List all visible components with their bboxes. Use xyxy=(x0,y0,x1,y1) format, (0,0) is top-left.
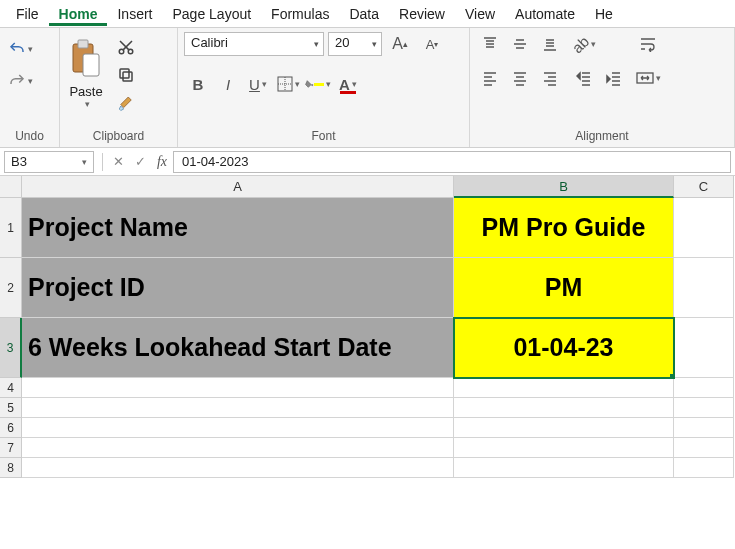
paste-label[interactable]: Paste xyxy=(69,84,102,99)
cell-B7[interactable] xyxy=(454,438,674,458)
col-header-B[interactable]: B xyxy=(454,176,674,198)
fill-handle[interactable] xyxy=(670,374,674,378)
cell-B3[interactable]: 01-04-23 xyxy=(454,318,674,378)
undo-button[interactable]: ▾ xyxy=(6,38,34,60)
format-painter-button[interactable] xyxy=(112,92,140,114)
svg-rect-2 xyxy=(83,54,99,76)
menu-help[interactable]: He xyxy=(585,2,623,26)
menu-automate[interactable]: Automate xyxy=(505,2,585,26)
menu-bar: File Home Insert Page Layout Formulas Da… xyxy=(0,0,735,28)
cell-A5[interactable] xyxy=(22,398,454,418)
bold-button[interactable]: B xyxy=(184,72,212,96)
cut-button[interactable] xyxy=(112,36,140,58)
svg-point-3 xyxy=(119,49,124,54)
menu-data[interactable]: Data xyxy=(339,2,389,26)
col-header-A[interactable]: A xyxy=(22,176,454,198)
align-top-button[interactable] xyxy=(476,32,504,56)
cell-C6[interactable] xyxy=(674,418,734,438)
cell-A1[interactable]: Project Name xyxy=(22,198,454,258)
insert-function-button[interactable]: fx xyxy=(151,151,173,173)
group-font-label: Font xyxy=(184,127,463,147)
group-font: Calibri▾ 20▾ A▴ A▾ B I U▾ ▾ ▾ A▾ Font xyxy=(178,28,470,147)
row-header-5[interactable]: 5 xyxy=(0,398,22,418)
cell-A6[interactable] xyxy=(22,418,454,438)
increase-font-button[interactable]: A▴ xyxy=(386,32,414,56)
align-center-button[interactable] xyxy=(506,66,534,90)
align-bottom-button[interactable] xyxy=(536,32,564,56)
formula-input[interactable]: 01-04-2023 xyxy=(173,151,731,173)
chevron-down-icon[interactable]: ▾ xyxy=(314,39,319,49)
cell-C3[interactable] xyxy=(674,318,734,378)
menu-pagelayout[interactable]: Page Layout xyxy=(162,2,261,26)
row-header-3[interactable]: 3 xyxy=(0,318,22,378)
paste-button[interactable] xyxy=(66,32,106,84)
cell-A2[interactable]: Project ID xyxy=(22,258,454,318)
group-undo-label: Undo xyxy=(6,127,53,147)
svg-rect-5 xyxy=(123,72,132,81)
increase-indent-button[interactable] xyxy=(600,66,628,90)
align-right-button[interactable] xyxy=(536,66,564,90)
cell-B8[interactable] xyxy=(454,458,674,478)
ribbon: ▾ ▾ Undo Paste ▾ Clipbo xyxy=(0,28,735,148)
borders-button[interactable]: ▾ xyxy=(274,72,302,96)
align-left-button[interactable] xyxy=(476,66,504,90)
wrap-text-button[interactable] xyxy=(634,32,662,56)
menu-review[interactable]: Review xyxy=(389,2,455,26)
col-header-C[interactable]: C xyxy=(674,176,734,198)
copy-button[interactable] xyxy=(112,64,140,86)
font-name-combo[interactable]: Calibri▾ xyxy=(184,32,324,56)
group-clipboard: Paste ▾ Clipboard xyxy=(60,28,178,147)
cell-A4[interactable] xyxy=(22,378,454,398)
row-header-8[interactable]: 8 xyxy=(0,458,22,478)
svg-rect-6 xyxy=(120,69,129,78)
menu-file[interactable]: File xyxy=(6,2,49,26)
cell-C2[interactable] xyxy=(674,258,734,318)
row-header-7[interactable]: 7 xyxy=(0,438,22,458)
underline-button[interactable]: U▾ xyxy=(244,72,272,96)
cell-B2[interactable]: PM xyxy=(454,258,674,318)
menu-formulas[interactable]: Formulas xyxy=(261,2,339,26)
enter-formula-button[interactable]: ✓ xyxy=(129,151,151,173)
font-size-combo[interactable]: 20▾ xyxy=(328,32,382,56)
decrease-indent-button[interactable] xyxy=(570,66,598,90)
row-header-6[interactable]: 6 xyxy=(0,418,22,438)
group-undo: ▾ ▾ Undo xyxy=(0,28,60,147)
cell-B6[interactable] xyxy=(454,418,674,438)
cell-C4[interactable] xyxy=(674,378,734,398)
cancel-formula-button[interactable]: ✕ xyxy=(107,151,129,173)
redo-button[interactable]: ▾ xyxy=(6,70,34,92)
cell-B5[interactable] xyxy=(454,398,674,418)
row-header-1[interactable]: 1 xyxy=(0,198,22,258)
cell-B4[interactable] xyxy=(454,378,674,398)
row-header-2[interactable]: 2 xyxy=(0,258,22,318)
chevron-down-icon[interactable]: ▾ xyxy=(85,99,90,109)
orientation-button[interactable]: ab▾ xyxy=(570,32,598,56)
cell-A3[interactable]: 6 Weeks Lookahead Start Date xyxy=(22,318,454,378)
cell-B1[interactable]: PM Pro Guide xyxy=(454,198,674,258)
menu-view[interactable]: View xyxy=(455,2,505,26)
chevron-down-icon[interactable]: ▾ xyxy=(372,39,377,49)
formula-bar: B3▾ ✕ ✓ fx 01-04-2023 xyxy=(0,148,735,176)
font-color-button[interactable]: A▾ xyxy=(334,72,362,96)
menu-insert[interactable]: Insert xyxy=(107,2,162,26)
cell-C8[interactable] xyxy=(674,458,734,478)
cell-A7[interactable] xyxy=(22,438,454,458)
cell-A8[interactable] xyxy=(22,458,454,478)
menu-home[interactable]: Home xyxy=(49,2,108,26)
cell-C5[interactable] xyxy=(674,398,734,418)
cell-C7[interactable] xyxy=(674,438,734,458)
group-alignment-label: Alignment xyxy=(476,127,728,147)
select-all-corner[interactable] xyxy=(0,176,22,198)
svg-rect-1 xyxy=(78,40,88,48)
name-box[interactable]: B3▾ xyxy=(4,151,94,173)
grid: A B C 1 Project Name PM Pro Guide 2 Proj… xyxy=(0,176,735,478)
decrease-font-button[interactable]: A▾ xyxy=(418,32,446,56)
italic-button[interactable]: I xyxy=(214,72,242,96)
row-header-4[interactable]: 4 xyxy=(0,378,22,398)
group-alignment: ab▾ ▾ Alignment xyxy=(470,28,735,147)
cell-C1[interactable] xyxy=(674,198,734,258)
merge-center-button[interactable]: ▾ xyxy=(634,66,662,90)
svg-point-4 xyxy=(128,49,133,54)
fill-color-button[interactable]: ▾ xyxy=(304,72,332,96)
align-middle-button[interactable] xyxy=(506,32,534,56)
